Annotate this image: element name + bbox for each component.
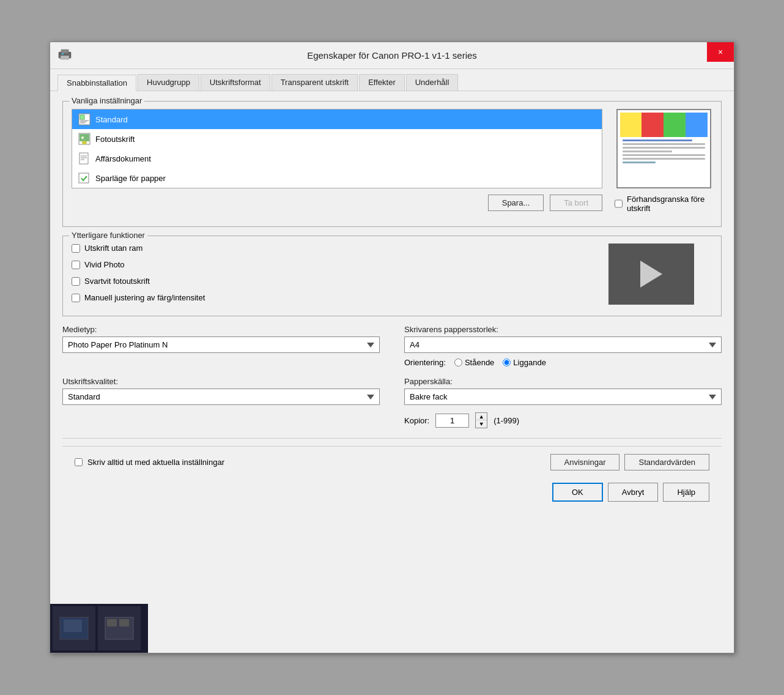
- svg-rect-21: [107, 619, 117, 626]
- tab-bar: Snabbinstallation Huvudgrupp Utskriftsfo…: [50, 69, 734, 91]
- window-title: Egenskaper för Canon PRO-1 v1-1 series: [307, 50, 477, 61]
- fotoutskrift-icon: [78, 133, 91, 145]
- close-button[interactable]: ×: [707, 42, 734, 62]
- affärsdokument-icon: [78, 152, 91, 165]
- pappersstorlek-select[interactable]: A4 A3 Letter: [404, 336, 722, 353]
- tab-transparent[interactable]: Transparent utskrift: [272, 74, 358, 91]
- play-icon: [640, 261, 662, 288]
- ok-button[interactable]: OK: [552, 483, 603, 502]
- liggande-label[interactable]: Liggande: [503, 358, 546, 367]
- list-item-label: Fotoutskrift: [95, 135, 135, 144]
- preview-box: [616, 109, 711, 188]
- tab-huvudgrupp[interactable]: Huvudgrupp: [138, 74, 199, 91]
- manuell-label[interactable]: Manuell justering av färg/intensitet: [72, 293, 596, 302]
- taskbar-thumb-icon-2: [104, 616, 135, 641]
- preview-line: [623, 162, 656, 163]
- color-seg-green: [664, 113, 686, 137]
- forhandsgranska-checkbox-label[interactable]: Förhandsgranska före utskrift: [615, 195, 712, 213]
- taskbar-thumb-1: [53, 606, 95, 650]
- taskbar-thumb-2: [98, 606, 141, 650]
- vivid-photo-label[interactable]: Vivid Photo: [72, 260, 596, 269]
- taskbar-thumb-icon: [59, 616, 89, 641]
- tab-effekter[interactable]: Effekter: [359, 74, 405, 91]
- preview-lines: [620, 139, 708, 163]
- svg-rect-19: [64, 620, 82, 632]
- svartvit-text: Svartvit fotoutskrift: [84, 277, 150, 286]
- video-placeholder[interactable]: [608, 243, 694, 305]
- papperskalla-select[interactable]: Bakre fack Kassett Automatisk: [404, 388, 722, 405]
- vivid-photo-checkbox[interactable]: [72, 261, 80, 269]
- always-current-label: Skriv alltid ut med aktuella inställning…: [87, 458, 224, 467]
- liggande-radio[interactable]: [503, 359, 511, 366]
- title-bar: Egenskaper för Canon PRO-1 v1-1 series ×: [50, 42, 734, 69]
- medietyp-select[interactable]: Photo Paper Pro Platinum N Photo Paper P…: [62, 336, 380, 353]
- svg-rect-5: [80, 115, 84, 119]
- liggande-text: Liggande: [513, 358, 546, 367]
- spara-button[interactable]: Spara...: [488, 195, 544, 211]
- preview-line: [623, 158, 705, 160]
- ytterligare-group: Ytterligare funktioner Utskrift utan ram…: [62, 236, 722, 316]
- kopior-row: Kopior: ▲ ▼ (1-999): [404, 412, 722, 428]
- list-item[interactable]: Affärsdokument: [72, 149, 602, 168]
- utskriftskvalitet-field: Utskriftskvalitet: Standard Hög Utkast: [62, 377, 380, 428]
- staende-text: Stående: [465, 358, 494, 367]
- list-item-label: Sparläge för papper: [95, 174, 166, 183]
- standardvarden-button[interactable]: Standardvärden: [624, 454, 709, 470]
- list-item[interactable]: Sparläge för papper: [72, 168, 602, 188]
- list-item-label: Affärsdokument: [95, 154, 151, 163]
- forhandsgranska-label: Förhandsgranska före utskrift: [627, 195, 712, 213]
- standard-icon: [78, 113, 91, 125]
- always-current-checkbox[interactable]: [75, 458, 83, 466]
- list-item[interactable]: Fotoutskrift: [72, 129, 602, 149]
- pappersstorlek-field: Skrivarens pappersstorlek: A4 A3 Letter …: [404, 325, 722, 367]
- staende-label[interactable]: Stående: [454, 358, 494, 367]
- orientering-container: Orientering: Stående Liggande: [404, 358, 722, 367]
- kopior-down-button[interactable]: ▼: [476, 420, 487, 428]
- svartvit-label[interactable]: Svartvit fotoutskrift: [72, 277, 596, 286]
- tab-snabbinstallation[interactable]: Snabbinstallation: [57, 75, 136, 91]
- kopior-spinner: ▲ ▼: [475, 412, 487, 428]
- utskriftskvalitet-select[interactable]: Standard Hög Utkast: [62, 388, 380, 405]
- bottom-left: Skriv alltid ut med aktuella inställning…: [75, 458, 224, 467]
- preview-line: [623, 139, 693, 141]
- color-seg-yellow: [620, 113, 642, 137]
- bottom-bar: Skriv alltid ut med aktuella inställning…: [62, 446, 722, 478]
- list-item[interactable]: Standard: [72, 110, 602, 129]
- cancel-button[interactable]: Avbryt: [608, 483, 659, 502]
- vivid-photo-text: Vivid Photo: [84, 260, 125, 269]
- svg-rect-2: [61, 56, 69, 59]
- utskrift-utan-ram-label[interactable]: Utskrift utan ram: [72, 243, 596, 253]
- help-button[interactable]: Hjälp: [663, 483, 709, 502]
- taskbar-area: [50, 604, 148, 653]
- tab-content: Vanliga inställningar: [50, 91, 734, 520]
- svg-rect-13: [80, 153, 88, 164]
- pappers-kopior-col: Papperskälla: Bakre fack Kassett Automat…: [404, 377, 722, 428]
- preview-line: [623, 151, 672, 152]
- preview-area: Förhandsgranska före utskrift: [615, 109, 712, 218]
- svg-rect-17: [79, 173, 89, 183]
- kopior-label: Kopior:: [404, 416, 429, 425]
- kopior-range: (1-999): [494, 416, 519, 425]
- anvisningar-button[interactable]: Anvisningar: [550, 454, 620, 470]
- staende-radio[interactable]: [454, 359, 462, 366]
- bottom-right-actions: Anvisningar Standardvärden: [550, 454, 709, 470]
- manuell-checkbox[interactable]: [72, 294, 80, 302]
- ytterligare-checks: Utskrift utan ram Vivid Photo Svartvit f…: [72, 243, 596, 307]
- svg-rect-3: [62, 53, 64, 54]
- forhandsgranska-checkbox[interactable]: [615, 199, 623, 208]
- kopior-up-button[interactable]: ▲: [476, 413, 487, 420]
- vanliga-group-title: Vanliga inställningar: [69, 96, 144, 105]
- medietyp-label: Medietyp:: [62, 325, 380, 334]
- tab-utskriftsformat[interactable]: Utskriftsformat: [201, 74, 270, 91]
- preview-line: [623, 143, 705, 145]
- svg-point-11: [82, 141, 87, 144]
- tab-underhall[interactable]: Underhåll: [406, 74, 459, 91]
- utskrift-utan-ram-checkbox[interactable]: [72, 244, 80, 253]
- ytterligare-group-title: Ytterligare funktioner: [69, 231, 147, 240]
- ta-bort-button[interactable]: Ta bort: [550, 195, 602, 211]
- kopior-input[interactable]: [435, 414, 469, 428]
- vanliga-installningar-group: Vanliga inställningar: [62, 101, 722, 227]
- medietyp-field: Medietyp: Photo Paper Pro Platinum N Pho…: [62, 325, 380, 367]
- svartvit-checkbox[interactable]: [72, 277, 80, 286]
- preview-color-bar: [620, 113, 708, 137]
